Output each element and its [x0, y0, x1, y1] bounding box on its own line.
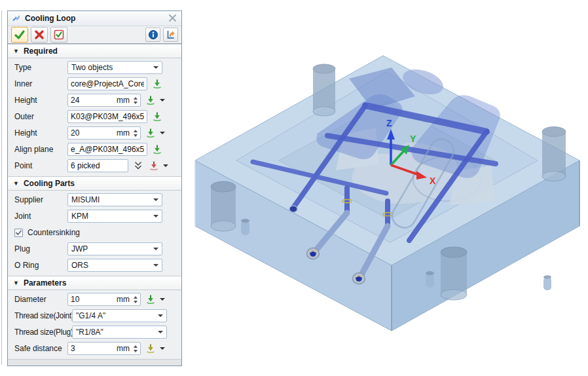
apply-button[interactable] — [50, 27, 67, 43]
info-icon — [148, 29, 158, 40]
section-header-required[interactable]: ▼ Required — [8, 44, 181, 58]
chevron-down-icon — [153, 66, 158, 69]
section-parameters: ▼ Parameters Diameter mm Thread size(Joi… — [8, 276, 181, 359]
o-ring-dropdown[interactable]: ORS — [67, 259, 162, 272]
options-caret-icon[interactable] — [160, 347, 165, 350]
dialog-title: Cooling Loop — [25, 14, 167, 23]
point-field[interactable] — [67, 159, 128, 172]
dialog-toolbar — [8, 26, 181, 44]
details-button[interactable] — [163, 28, 178, 42]
height-outer-field[interactable]: mm — [67, 126, 141, 140]
joint-dropdown[interactable]: KPM — [67, 210, 162, 223]
double-chevron-down-icon[interactable] — [132, 160, 144, 172]
safe-distance-stepper[interactable] — [131, 343, 139, 354]
chevron-down-icon — [153, 215, 158, 217]
thread-joint-dropdown[interactable]: "G1/4 A" — [72, 309, 167, 322]
joint-label: Joint — [14, 212, 67, 221]
safe-distance-label: Safe distance — [14, 344, 67, 353]
type-row: Type Two objects — [8, 60, 181, 76]
point-row: Point — [8, 158, 181, 174]
chevron-down-icon — [153, 248, 158, 250]
height-inner-stepper[interactable] — [131, 94, 139, 106]
ok-button[interactable] — [11, 27, 28, 43]
select-value-icon[interactable] — [145, 293, 156, 305]
chevron-down-icon — [153, 198, 158, 201]
height-outer-row: Height mm — [8, 125, 181, 141]
select-object-icon[interactable] — [151, 111, 163, 122]
unit-label: mm — [117, 344, 131, 353]
thread-plug-row: Thread size(Plug) "R1/8A" — [8, 324, 181, 341]
3d-viewport[interactable]: Z Y X — [189, 36, 588, 376]
diameter-row: Diameter mm — [8, 291, 181, 308]
section-header-cooling-parts[interactable]: ▼ Cooling Parts — [8, 176, 181, 191]
page-arrow-icon — [166, 29, 176, 40]
check-icon — [14, 29, 26, 40]
align-plane-input[interactable] — [68, 145, 147, 154]
diameter-stepper[interactable] — [131, 293, 139, 305]
collapse-triangle-icon: ▼ — [13, 280, 19, 286]
axis-y-label: Y — [410, 134, 416, 144]
chevron-down-icon — [158, 314, 163, 317]
thread-plug-dropdown[interactable]: "R1/8A" — [72, 326, 167, 339]
outer-field[interactable] — [67, 110, 147, 123]
o-ring-row: O Ring ORS — [8, 257, 181, 274]
outer-input[interactable] — [68, 112, 147, 121]
align-plane-row: Align plane — [8, 141, 181, 158]
cancel-button[interactable] — [31, 27, 48, 43]
dock-edge-line — [1, 10, 2, 365]
height-outer-stepper[interactable] — [131, 127, 139, 139]
section-header-parameters[interactable]: ▼ Parameters — [8, 276, 181, 290]
collapse-triangle-icon: ▼ — [13, 48, 19, 54]
options-caret-icon[interactable] — [160, 99, 165, 102]
cooling-loop-dialog: Cooling Loop ▼ Required Type — [7, 10, 182, 366]
height-inner-input[interactable] — [68, 96, 102, 105]
section-required: ▼ Required Type Two objects Inner — [8, 44, 181, 176]
thread-plug-label: Thread size(Plug) — [14, 328, 72, 337]
thread-joint-label: Thread size(Joint) — [14, 311, 72, 320]
safe-distance-input[interactable] — [68, 344, 102, 353]
inner-input[interactable] — [68, 79, 147, 88]
diameter-label: Diameter — [14, 295, 67, 304]
select-value-icon[interactable] — [145, 94, 156, 106]
thread-joint-row: Thread size(Joint) "G1/4 A" — [8, 308, 181, 324]
options-caret-icon[interactable] — [163, 164, 168, 167]
countersinking-label: Countersinking — [28, 228, 80, 237]
select-value-icon[interactable] — [145, 127, 156, 139]
align-plane-field[interactable] — [67, 143, 147, 156]
unit-label: mm — [117, 96, 131, 105]
info-button[interactable] — [145, 28, 160, 42]
joint-row: Joint KPM — [8, 208, 181, 225]
cooling-loop-icon — [12, 12, 21, 24]
chevron-down-icon — [158, 331, 163, 333]
diameter-input[interactable] — [68, 295, 102, 304]
dialog-titlebar[interactable]: Cooling Loop — [8, 11, 181, 26]
type-label: Type — [14, 63, 67, 72]
unit-label: mm — [117, 295, 131, 304]
type-dropdown[interactable]: Two objects — [67, 61, 162, 74]
inner-row: Inner — [8, 76, 181, 92]
height-inner-row: Height mm — [8, 92, 181, 109]
close-icon[interactable] — [167, 13, 177, 24]
height-inner-label: Height — [14, 96, 67, 105]
supplier-row: Supplier MISUMI — [8, 192, 181, 208]
height-outer-input[interactable] — [68, 128, 102, 138]
plug-dropdown[interactable]: JWP — [67, 242, 162, 255]
options-caret-icon[interactable] — [160, 298, 165, 301]
height-inner-field[interactable]: mm — [67, 94, 141, 107]
select-value-icon[interactable] — [145, 343, 156, 354]
select-point-icon[interactable] — [148, 160, 160, 172]
supplier-label: Supplier — [14, 195, 67, 204]
inner-field[interactable] — [67, 77, 147, 90]
section-title: Required — [24, 47, 58, 56]
countersinking-row: Countersinking — [8, 225, 181, 241]
safe-distance-field[interactable]: mm — [67, 342, 141, 355]
point-input[interactable] — [68, 161, 128, 170]
select-object-icon[interactable] — [151, 143, 163, 155]
select-object-icon[interactable] — [151, 78, 163, 90]
diameter-field[interactable]: mm — [67, 293, 141, 306]
safe-distance-row: Safe distance mm — [8, 341, 181, 357]
countersinking-checkbox[interactable] — [14, 229, 23, 237]
o-ring-label: O Ring — [14, 261, 67, 270]
supplier-dropdown[interactable]: MISUMI — [67, 193, 162, 206]
options-caret-icon[interactable] — [160, 132, 165, 134]
